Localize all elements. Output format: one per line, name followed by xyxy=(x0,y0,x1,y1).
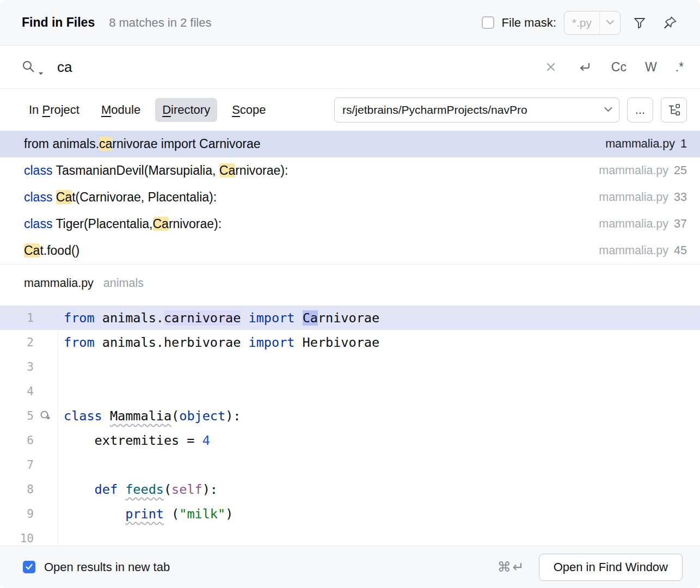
result-line-number: 1 xyxy=(680,137,687,151)
gutter xyxy=(34,379,58,403)
result-file-name: mammalia.py xyxy=(599,244,668,258)
clear-icon[interactable] xyxy=(544,60,558,74)
directory-path-combo[interactable]: rs/jetbrains/PycharmProjects/navPro xyxy=(334,97,619,122)
result-text: from animals.carnivorae import Carnivora… xyxy=(24,137,261,151)
scope-tab-in-project[interactable]: In Project xyxy=(22,98,87,122)
dialog-title: Find in Files xyxy=(22,15,95,30)
line-number: 4 xyxy=(0,379,34,403)
label-part: S xyxy=(232,103,240,117)
search-icon[interactable] xyxy=(21,59,43,75)
label-part: odule xyxy=(111,103,140,117)
code-line[interactable]: 8 def feeds(self): xyxy=(0,477,700,501)
gutter xyxy=(34,354,58,379)
line-number: 2 xyxy=(0,330,34,354)
filter-icon[interactable] xyxy=(628,11,651,34)
directory-tree-icon[interactable] xyxy=(661,97,687,122)
dialog-header: Find in Files 8 matches in 2 files File … xyxy=(0,0,700,46)
code-line[interactable]: 3 xyxy=(0,354,700,379)
line-number: 10 xyxy=(0,526,34,546)
result-text: class TasmanianDevil(Marsupialia, Carniv… xyxy=(24,163,288,178)
result-row[interactable]: Cat.food()mammalia.py45 xyxy=(0,237,700,264)
match-summary: 8 matches in 2 files xyxy=(109,16,211,30)
result-row[interactable]: from animals.carnivorae import Carnivora… xyxy=(0,131,700,157)
file-mask-label: File mask: xyxy=(502,16,556,30)
code-text: from animals.herbivorae import Herbivora… xyxy=(58,330,379,354)
code-preview[interactable]: 1from animals.carnivorae import Carnivor… xyxy=(0,302,700,546)
label-part: P xyxy=(42,103,50,117)
match-case-toggle[interactable]: Cc xyxy=(611,60,627,75)
subclassed-gutter-icon[interactable] xyxy=(34,403,58,428)
line-number: 9 xyxy=(0,501,34,526)
newline-icon[interactable] xyxy=(576,59,593,75)
code-line[interactable]: 10 xyxy=(0,526,700,546)
preview-file-name: mammalia.py xyxy=(24,277,94,290)
label-part: irectory xyxy=(171,103,210,117)
result-location: mammalia.py25 xyxy=(599,164,687,177)
result-line-number: 37 xyxy=(674,217,687,231)
shortcut-hint: ⌘↵ xyxy=(498,559,526,575)
gutter xyxy=(34,501,58,526)
pin-icon[interactable] xyxy=(659,11,681,34)
code-text: from animals.carnivorae import Carnivora… xyxy=(58,305,379,330)
file-mask-combo[interactable]: *.py xyxy=(564,11,621,35)
search-tools: Cc W .* xyxy=(544,59,684,75)
code-line[interactable]: 9 print ("milk") xyxy=(0,501,700,526)
result-location: mammalia.py1 xyxy=(605,137,687,151)
code-line[interactable]: 1from animals.carnivorae import Carnivor… xyxy=(0,305,700,330)
label-part: roject xyxy=(50,103,79,117)
chevron-down-icon[interactable] xyxy=(597,98,619,122)
chevron-down-icon[interactable] xyxy=(599,11,620,34)
gutter xyxy=(34,428,58,452)
scope-tab-module[interactable]: Module xyxy=(94,98,148,122)
search-row: Cc W .* xyxy=(0,46,700,89)
gutter xyxy=(34,305,58,330)
open-in-find-window-button[interactable]: Open in Find Window xyxy=(539,554,683,581)
code-text: def feeds(self): xyxy=(58,477,218,501)
result-line-number: 45 xyxy=(674,244,687,258)
code-text: extremities = 4 xyxy=(58,428,210,452)
code-line[interactable]: 7 xyxy=(0,452,700,477)
gutter xyxy=(34,452,58,477)
code-text xyxy=(58,452,64,477)
dialog-footer: Open results in new tab ⌘↵ Open in Find … xyxy=(0,546,700,588)
result-location: mammalia.py45 xyxy=(599,244,687,258)
result-file-name: mammalia.py xyxy=(605,137,675,151)
code-text xyxy=(58,379,64,403)
label-part: D xyxy=(162,103,171,117)
result-text: class Tiger(Placentalia,Carnivorae): xyxy=(24,217,222,231)
directory-path-value: rs/jetbrains/PycharmProjects/navPro xyxy=(335,103,597,117)
code-text: print ("milk") xyxy=(58,501,233,526)
code-line[interactable]: 5class Mammalia(object): xyxy=(0,403,700,428)
label-part: In xyxy=(29,103,42,117)
result-row[interactable]: class TasmanianDevil(Marsupialia, Carniv… xyxy=(0,157,700,184)
result-file-name: mammalia.py xyxy=(599,191,668,204)
scope-row: In Project Module Directory Scope rs/jet… xyxy=(0,89,700,131)
regex-toggle[interactable]: .* xyxy=(676,60,684,75)
result-location: mammalia.py37 xyxy=(599,217,687,231)
code-line[interactable]: 6 extremities = 4 xyxy=(0,428,700,452)
code-text xyxy=(58,526,64,546)
browse-directory-button[interactable]: ... xyxy=(627,97,653,122)
result-text: class Cat(Carnivorae, Placentalia): xyxy=(24,190,217,205)
code-line[interactable]: 4 xyxy=(0,379,700,403)
line-number: 6 xyxy=(0,428,34,452)
code-text xyxy=(58,354,64,379)
open-results-checkbox[interactable] xyxy=(23,561,35,573)
file-mask-value: *.py xyxy=(564,16,599,29)
scope-tab-directory[interactable]: Directory xyxy=(155,98,217,122)
label-part: M xyxy=(101,103,111,117)
line-number: 1 xyxy=(0,305,34,330)
result-file-name: mammalia.py xyxy=(599,164,668,177)
result-line-number: 33 xyxy=(674,191,687,204)
line-number: 3 xyxy=(0,354,34,379)
result-file-name: mammalia.py xyxy=(599,217,668,231)
scope-tab-scope[interactable]: Scope xyxy=(225,98,273,122)
result-location: mammalia.py33 xyxy=(599,191,687,204)
code-line[interactable]: 2from animals.herbivorae import Herbivor… xyxy=(0,330,700,354)
search-input[interactable] xyxy=(57,59,544,76)
result-row[interactable]: class Tiger(Placentalia,Carnivorae):mamm… xyxy=(0,211,700,237)
whole-words-toggle[interactable]: W xyxy=(645,60,657,75)
result-row[interactable]: class Cat(Carnivorae, Placentalia):mamma… xyxy=(0,184,700,211)
result-line-number: 25 xyxy=(674,164,687,177)
file-mask-checkbox[interactable] xyxy=(482,16,494,29)
